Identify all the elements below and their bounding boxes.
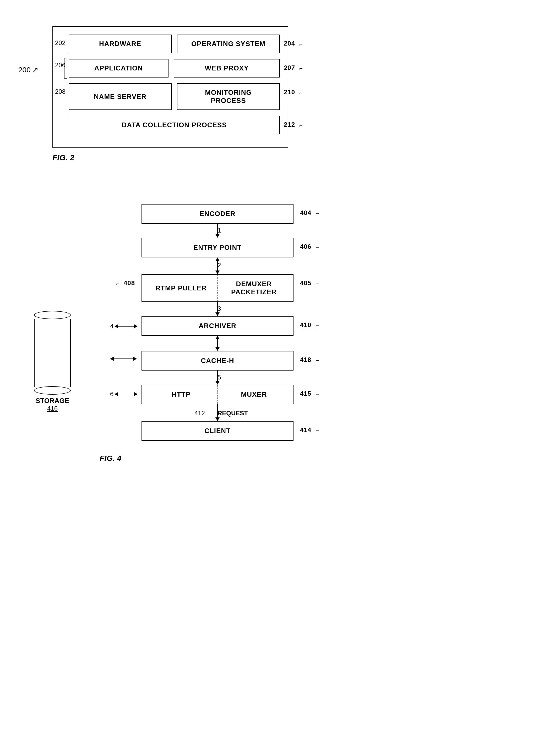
step-6-label: 6 bbox=[110, 390, 113, 398]
step-4-label: 4 bbox=[110, 323, 113, 330]
storage-label: STORAGE bbox=[34, 397, 71, 405]
arrow-5: 5 bbox=[100, 371, 336, 385]
ref-202: 202 bbox=[55, 39, 65, 47]
ref-210: 210 bbox=[284, 89, 295, 96]
step-5-label: 5 bbox=[217, 374, 221, 381]
archiver-box: ARCHIVER 410 ⌐ bbox=[141, 316, 294, 336]
demuxer-packetizer-label: DEMUXER PACKETIZER 405 ⌐ bbox=[217, 280, 291, 296]
encoder-box: ENCODER 404 ⌐ bbox=[141, 204, 294, 224]
request-arrow: 412 REQUEST bbox=[100, 404, 336, 421]
ref-412: 412 bbox=[194, 410, 205, 417]
fig2-row3: 208 NAME SERVER MONITORING PROCESS 210 ⌐ bbox=[69, 83, 280, 110]
muxer-label: MUXER 415 ⌐ bbox=[217, 390, 291, 399]
arrow-1: 1 bbox=[100, 224, 336, 238]
client-box: CLIENT 414 ⌐ bbox=[141, 421, 294, 441]
ref-212: 212 bbox=[284, 121, 295, 128]
arrow-arch-cache bbox=[100, 336, 336, 351]
ref-414: 414 bbox=[300, 426, 311, 434]
ref-406: 406 bbox=[300, 243, 311, 250]
ref-405: 405 bbox=[300, 279, 311, 287]
client-row: CLIENT 414 ⌐ bbox=[100, 421, 336, 441]
web-proxy-box: WEB PROXY 207 ⌐ bbox=[174, 59, 280, 78]
rtmp-puller-label: 408 ⌐ RTMP PULLER bbox=[145, 284, 217, 292]
rtmp-demuxer-row: 408 ⌐ RTMP PULLER DEMUXER PACKETIZER 405… bbox=[100, 274, 336, 302]
encoder-row: ENCODER 404 ⌐ bbox=[100, 204, 336, 224]
entry-point-row: ENTRY POINT 406 ⌐ bbox=[100, 238, 336, 257]
rtmp-demuxer-box: 408 ⌐ RTMP PULLER DEMUXER PACKETIZER 405… bbox=[141, 274, 294, 302]
hardware-box: HARDWARE bbox=[69, 35, 172, 53]
arrow-6-group: 6 bbox=[110, 390, 137, 398]
storage-ref: 416 bbox=[34, 405, 71, 412]
name-server-box: NAME SERVER bbox=[69, 83, 172, 110]
step-3-label: 3 bbox=[217, 305, 221, 312]
entry-point-box: ENTRY POINT 406 ⌐ bbox=[141, 238, 294, 257]
ref-204: 204 bbox=[284, 40, 295, 47]
storage-group: STORAGE 416 bbox=[34, 311, 71, 412]
fig4-section: ENCODER 404 ⌐ 1 ENTRY POINT 406 ⌐ bbox=[100, 204, 528, 463]
storage-cache-arrow bbox=[110, 357, 137, 361]
archiver-row: STORAGE 416 4 ARCHIVER 410 ⌐ bbox=[100, 316, 336, 336]
fig2-row4: DATA COLLECTION PROCESS 212 ⌐ bbox=[69, 116, 280, 134]
ref-207: 207 bbox=[284, 64, 295, 71]
step-1-label: 1 bbox=[217, 227, 221, 234]
arrow-2: 2 bbox=[100, 257, 336, 274]
http-muxer-box: HTTP MUXER 415 ⌐ bbox=[141, 385, 294, 404]
fig2-row1: 202 HARDWARE OPERATING SYSTEM 204 ⌐ bbox=[69, 35, 280, 53]
http-muxer-row: 6 HTTP MUXER 415 ⌐ bbox=[100, 385, 336, 404]
fig4-caption: FIG. 4 bbox=[100, 454, 121, 463]
application-box: APPLICATION bbox=[69, 59, 168, 78]
ref-408: 408 bbox=[124, 279, 135, 287]
step-2-label: 2 bbox=[217, 262, 221, 269]
arrow-3: 3 bbox=[100, 302, 336, 316]
http-label: HTTP bbox=[145, 390, 217, 399]
cache-h-box: CACHE-H 418 ⌐ bbox=[141, 351, 294, 371]
arrow-4-group: 4 bbox=[110, 323, 137, 330]
monitoring-process-box: MONITORING PROCESS 210 ⌐ bbox=[177, 83, 280, 110]
fig4-caption-row: FIG. 4 bbox=[100, 449, 336, 463]
operating-system-box: OPERATING SYSTEM 204 ⌐ bbox=[177, 35, 280, 53]
ref-410: 410 bbox=[300, 321, 311, 329]
fig2-row2: 206 APPLICATION WEB PROXY 207 bbox=[69, 59, 280, 78]
archiver-content: 4 ARCHIVER 410 ⌐ bbox=[100, 316, 336, 336]
fig2-outer-box: 202 HARDWARE OPERATING SYSTEM 204 ⌐ 20 bbox=[52, 26, 288, 148]
ref-208: 208 bbox=[55, 88, 65, 95]
data-collection-box: DATA COLLECTION PROCESS 212 ⌐ bbox=[69, 116, 280, 134]
ref-404: 404 bbox=[300, 209, 311, 217]
fig2-caption: FIG. 2 bbox=[52, 153, 528, 162]
cache-h-row: CACHE-H 418 ⌐ bbox=[100, 351, 336, 371]
ref-415: 415 bbox=[300, 390, 311, 397]
fig2-section: 200 ↗ 202 HARDWARE OPERATING SYSTEM 204 … bbox=[52, 26, 528, 162]
ref-418: 418 bbox=[300, 356, 311, 363]
request-label: REQUEST bbox=[217, 410, 248, 417]
ref-200-label: 200 ↗ bbox=[18, 65, 38, 74]
